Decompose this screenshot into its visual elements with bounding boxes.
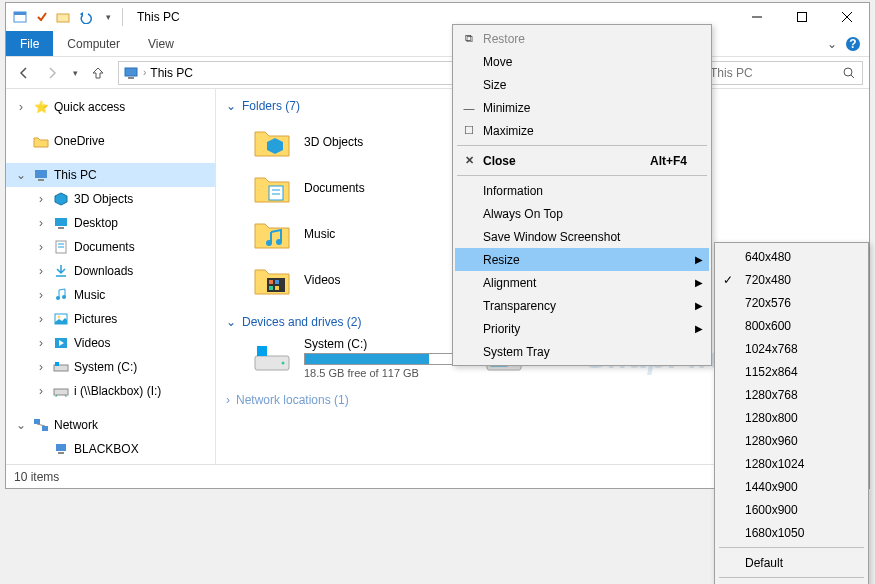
forward-button[interactable] (40, 61, 64, 85)
new-folder-icon[interactable] (56, 9, 72, 25)
sidebar: ›⭐Quick access OneDrive ⌄This PC ›3D Obj… (6, 89, 216, 464)
resize-720x576[interactable]: 720x576 (717, 291, 866, 314)
sidebar-item-desktop[interactable]: ›Desktop (6, 211, 215, 235)
separator (719, 547, 864, 548)
menu-maximize[interactable]: ☐Maximize (455, 119, 709, 142)
submenu-arrow-icon: ▶ (695, 300, 703, 311)
menu-resize[interactable]: Resize▶ (455, 248, 709, 271)
svg-line-31 (37, 424, 45, 426)
desktop-icon (52, 214, 70, 232)
maximize-button[interactable] (779, 3, 824, 31)
window-title: This PC (137, 10, 180, 24)
ribbon-expand-icon[interactable]: ⌄ (827, 37, 837, 51)
breadcrumb-location[interactable]: This PC (150, 66, 193, 80)
minimize-button[interactable] (734, 3, 779, 31)
sidebar-item-downloads[interactable]: ›Downloads (6, 259, 215, 283)
menu-move[interactable]: Move (455, 50, 709, 73)
check-icon: ✓ (723, 273, 733, 287)
menu-restore[interactable]: ⧉Restore (455, 27, 709, 50)
qat-dropdown-icon[interactable]: ▾ (100, 9, 116, 25)
sidebar-item-music[interactable]: ›Music (6, 283, 215, 307)
svg-rect-29 (34, 419, 40, 424)
separator (122, 8, 123, 26)
navbar: ▾ › This PC ▾ This PC (6, 57, 869, 89)
menu-close[interactable]: ✕CloseAlt+F4 (455, 149, 709, 172)
drive-system-c[interactable]: System (C:) 18.5 GB free of 117 GB (252, 337, 454, 379)
resize-1280x960[interactable]: 1280x960 (717, 429, 866, 452)
svg-rect-33 (58, 452, 64, 454)
sidebar-item-documents[interactable]: ›Documents (6, 235, 215, 259)
folder-icon (32, 132, 50, 150)
svg-rect-1 (14, 12, 26, 15)
svg-rect-14 (38, 179, 44, 181)
menu-priority[interactable]: Priority▶ (455, 317, 709, 340)
svg-point-37 (266, 240, 272, 246)
resize-720x480[interactable]: ✓720x480 (717, 268, 866, 291)
close-button[interactable] (824, 3, 869, 31)
help-icon[interactable]: ? (845, 36, 861, 52)
chevron-right-icon: › (226, 393, 230, 407)
sidebar-item-network[interactable]: ⌄Network (6, 413, 215, 437)
menu-save-screenshot[interactable]: Save Window Screenshot (455, 225, 709, 248)
menu-size[interactable]: Size (455, 73, 709, 96)
svg-point-21 (56, 296, 60, 300)
svg-rect-28 (54, 389, 68, 395)
sidebar-item-system-c[interactable]: ›System (C:) (6, 355, 215, 379)
resize-640x480[interactable]: 640x480 (717, 245, 866, 268)
svg-rect-41 (275, 280, 279, 284)
resize-1280x768[interactable]: 1280x768 (717, 383, 866, 406)
svg-point-38 (276, 239, 282, 245)
quick-access-toolbar: ▾ (12, 9, 116, 25)
resize-1024x768[interactable]: 1024x768 (717, 337, 866, 360)
menu-information[interactable]: Information (455, 179, 709, 202)
resize-1152x864[interactable]: 1152x864 (717, 360, 866, 383)
cube-icon (52, 190, 70, 208)
sidebar-item-this-pc[interactable]: ⌄This PC (6, 163, 215, 187)
folder-icon (252, 122, 292, 162)
resize-1280x1024[interactable]: 1280x1024 (717, 452, 866, 475)
tab-file[interactable]: File (6, 31, 53, 56)
svg-rect-9 (125, 68, 137, 76)
menu-alignment[interactable]: Alignment▶ (455, 271, 709, 294)
svg-line-12 (851, 75, 854, 78)
system-menu: ⧉Restore Move Size —Minimize ☐Maximize ✕… (452, 24, 712, 366)
sidebar-item-pictures[interactable]: ›Pictures (6, 307, 215, 331)
resize-1440x900[interactable]: 1440x900 (717, 475, 866, 498)
resize-1680x1050[interactable]: 1680x1050 (717, 521, 866, 544)
resize-800x600[interactable]: 800x600 (717, 314, 866, 337)
properties-icon[interactable] (34, 9, 50, 25)
recent-dropdown[interactable]: ▾ (68, 61, 82, 85)
sidebar-item-quick-access[interactable]: ›⭐Quick access (6, 95, 215, 119)
folder-icon (252, 168, 292, 208)
sidebar-item-mapped-drive[interactable]: ›i (\\Blackbox) (I:) (6, 379, 215, 403)
minimize-icon: — (461, 102, 477, 114)
undo-icon[interactable] (78, 9, 94, 25)
sidebar-item-onedrive[interactable]: OneDrive (6, 129, 215, 153)
resize-default[interactable]: Default (717, 551, 866, 574)
menu-transparency[interactable]: Transparency▶ (455, 294, 709, 317)
menu-always-on-top[interactable]: Always On Top (455, 202, 709, 225)
search-icon[interactable] (842, 66, 856, 80)
sidebar-item-3d-objects[interactable]: ›3D Objects (6, 187, 215, 211)
separator (457, 145, 707, 146)
svg-rect-30 (42, 426, 48, 431)
drive-usage-bar (304, 353, 454, 365)
tab-view[interactable]: View (134, 31, 188, 56)
svg-rect-43 (275, 286, 279, 290)
tab-computer[interactable]: Computer (53, 31, 134, 56)
sidebar-item-blackbox[interactable]: BLACKBOX (6, 437, 215, 461)
document-icon (52, 238, 70, 256)
pc-icon (32, 166, 50, 184)
svg-point-24 (58, 316, 61, 319)
sidebar-item-videos[interactable]: ›Videos (6, 331, 215, 355)
up-button[interactable] (86, 61, 110, 85)
resize-1280x800[interactable]: 1280x800 (717, 406, 866, 429)
back-button[interactable] (12, 61, 36, 85)
svg-rect-10 (128, 77, 134, 79)
download-icon (52, 262, 70, 280)
search-input[interactable]: This PC (703, 61, 863, 85)
svg-rect-4 (797, 13, 806, 22)
menu-minimize[interactable]: —Minimize (455, 96, 709, 119)
menu-system-tray[interactable]: System Tray (455, 340, 709, 363)
resize-1600x900[interactable]: 1600x900 (717, 498, 866, 521)
